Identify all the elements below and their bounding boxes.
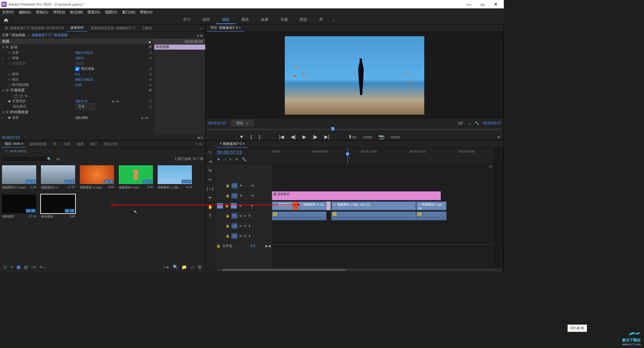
menu-file[interactable]: 文件(F) <box>2 10 14 15</box>
clip-audio3[interactable]: fx <box>416 212 446 220</box>
track-v3[interactable]: V3 <box>231 183 237 188</box>
program-resolution[interactable]: 1/2 ⌄ <box>458 121 471 125</box>
goto-in-icon[interactable]: |◀ <box>279 134 284 139</box>
tab-media-browser[interactable]: 媒体浏览器 <box>26 141 50 148</box>
menu-clip[interactable]: 剪辑(C) <box>36 10 48 15</box>
workspace-tab-color[interactable]: 颜色 <box>235 16 255 24</box>
playhead-icon[interactable] <box>331 127 334 131</box>
project-overflow[interactable]: » ≒ <box>194 142 204 146</box>
in-point-icon[interactable]: { <box>251 134 252 139</box>
timeline-ruler[interactable]: :00:0000:00:05:0000:00:10:0000:00:15:000… <box>272 148 494 164</box>
linked-selection-icon[interactable]: ∩ <box>223 157 226 162</box>
tab-effects[interactable]: 效果 <box>73 141 87 148</box>
compare-icon[interactable]: ▭▭ <box>391 134 400 139</box>
tab-libraries[interactable]: 库 <box>50 141 60 148</box>
clip-black-video[interactable] <box>326 201 331 210</box>
program-scrubber[interactable] <box>208 127 501 132</box>
mask-rect-icon[interactable]: ▢ <box>20 94 23 98</box>
workspace-tab-effects[interactable]: 效果 <box>255 16 274 24</box>
ec-motion[interactable]: 运动 <box>10 45 17 50</box>
tab-project[interactable]: 项目: work ≡ <box>1 140 26 148</box>
menu-view[interactable]: 视图(V) <box>105 10 117 15</box>
home-button[interactable] <box>0 16 12 24</box>
workspace-tab-libraries[interactable]: 库 <box>313 16 329 24</box>
clip-audio1[interactable]: fx <box>272 212 326 220</box>
selection-tool-icon[interactable]: ↖ <box>208 150 212 155</box>
menu-graphics[interactable]: 图形(G) <box>88 10 100 15</box>
rotation-value[interactable]: 0.0 <box>75 72 80 76</box>
marker-add-icon[interactable]: ▾ <box>229 157 231 162</box>
razor-tool-icon[interactable]: ✂ <box>208 177 212 182</box>
playhead-head[interactable] <box>346 153 349 156</box>
new-bin-icon[interactable]: 📁 <box>181 265 187 270</box>
timeline-timecode[interactable]: 00:00:07:23 <box>217 150 270 155</box>
project-thumb[interactable]: ▭≡黑场视频3:00 <box>41 194 75 219</box>
source-v1[interactable]: V1 <box>217 203 223 209</box>
reset-icon[interactable]: ↺ <box>149 51 152 55</box>
view-freeform-icon[interactable]: ▦ <box>16 265 20 270</box>
step-forward-icon[interactable]: |▶ <box>313 134 318 139</box>
voice-icon[interactable]: 🎙 <box>248 214 251 218</box>
play-icon[interactable]: ▶ <box>303 134 306 139</box>
ec-current-tc[interactable]: 00:00:07:23 <box>2 136 20 139</box>
settings-icon[interactable]: ▼ <box>235 157 238 162</box>
lift-icon[interactable]: ⬆▭ <box>348 134 357 139</box>
automate-icon[interactable]: ▭▸ <box>163 265 169 270</box>
new-item-icon[interactable]: ▭ <box>190 265 194 270</box>
sort-icon[interactable]: ≡⌄ <box>40 265 46 270</box>
workspace-overflow[interactable]: » <box>329 18 339 22</box>
trash-icon[interactable]: 🗑 <box>198 265 202 270</box>
menu-window[interactable]: 窗口(W) <box>122 10 136 15</box>
track-a3[interactable]: A3 <box>231 233 237 239</box>
position-value[interactable]: 960.0 540.0 <box>75 51 93 55</box>
clip-video2[interactable]: ▭ 视频素材~2.mp <box>298 201 326 210</box>
clip-video3[interactable]: ▭ 视频素材 (人物) .mp4 [V] <box>331 201 416 210</box>
project-search-input[interactable] <box>2 156 52 162</box>
ec-sequence-label[interactable]: 视频素材2~2 * 黑场视频 <box>32 33 67 38</box>
mask-pen-icon[interactable]: ✎ <box>25 94 28 98</box>
menu-marker[interactable]: 标记(M) <box>70 10 83 15</box>
timeline-zoom-slider[interactable] <box>221 269 497 271</box>
view-icon-icon[interactable]: ≡ <box>10 265 13 270</box>
tab-program[interactable]: 节目: 视频素材2~2 ≡ <box>207 24 244 32</box>
track-a2[interactable]: A2 <box>231 223 237 229</box>
type-tool-icon[interactable]: T <box>209 213 212 218</box>
scale-value[interactable]: 100.0 <box>75 56 84 60</box>
goto-out-icon[interactable]: ▶| <box>324 134 329 139</box>
workspace-tab-editing[interactable]: 编辑 <box>216 16 235 24</box>
slip-tool-icon[interactable]: |↔| <box>207 186 214 191</box>
ec-toggle-icon[interactable]: ▶⊟ <box>198 136 203 139</box>
project-thumb[interactable]: ▭≡视频素材2~2.mp42:18 <box>2 165 36 190</box>
zoom-slider-icon[interactable]: ○━ <box>31 265 37 270</box>
program-timecode[interactable]: 00:00:07:23 <box>208 121 226 125</box>
export-frame-icon[interactable]: 📷 <box>379 134 384 139</box>
pen-tool-icon[interactable]: ✒ <box>208 195 212 200</box>
extract-icon[interactable]: ▭▭ <box>363 134 372 139</box>
speed-value[interactable]: 100.00% <box>75 116 88 120</box>
project-thumb[interactable]: ▭≡调整图层17:10 <box>2 194 36 219</box>
timeline-track-area[interactable]: ☰ 调整图层 ▭ 视频素材2~ ▭ 视频素材~2.mp ▭ 视频素材 (人物) … <box>272 164 494 268</box>
keyframe-icon[interactable]: ◇ <box>8 51 11 54</box>
marker-icon[interactable]: ▼ <box>239 134 244 139</box>
sync-lock-icon[interactable]: 👁 <box>251 184 254 187</box>
workspace-tab-audio[interactable]: 音频 <box>274 16 294 24</box>
filter-icon[interactable]: ▭ <box>56 157 60 161</box>
find-icon[interactable]: 🔍 <box>173 265 178 270</box>
uniform-scale-checkbox[interactable] <box>75 67 79 71</box>
out-point-icon[interactable]: } <box>259 134 261 139</box>
tab-markers[interactable]: 标记 <box>87 141 100 148</box>
zoom-in-icon[interactable]: ○ <box>498 268 501 272</box>
track-a1[interactable]: A1 <box>231 213 237 219</box>
mask-ellipse-icon[interactable]: ◯ <box>14 94 18 98</box>
button-editor-icon[interactable]: + <box>497 134 500 139</box>
menu-sequence[interactable]: 序列(S) <box>53 10 65 15</box>
master-db[interactable]: 0.0 <box>251 244 255 248</box>
view-list-icon[interactable]: ⊡ <box>3 265 7 270</box>
zoom-out-icon[interactable]: ○ <box>218 268 220 272</box>
tab-effect-controls[interactable]: 效果控件 <box>67 24 87 32</box>
antiflicker-value[interactable]: 0.00 <box>75 83 82 87</box>
toggle-output-icon[interactable]: 👁 <box>239 184 243 187</box>
project-thumb[interactable]: ▭≡视频素材2~217:27 <box>41 165 75 190</box>
ec-nav-prev[interactable]: ◄ <box>196 34 199 37</box>
minimize-button[interactable]: — <box>462 0 476 8</box>
